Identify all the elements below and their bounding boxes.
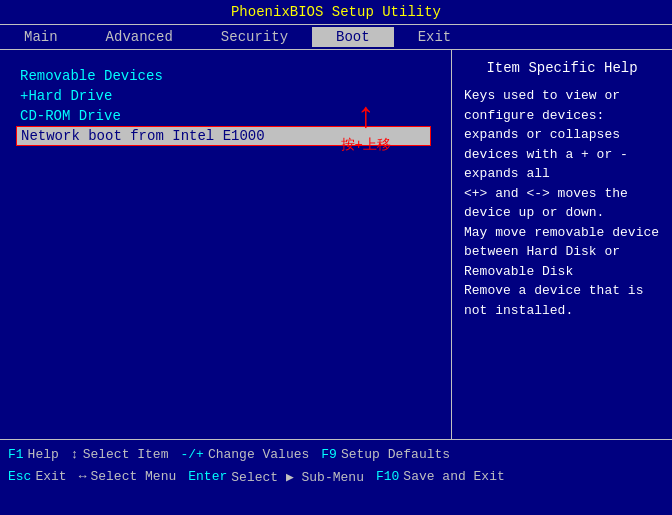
status-item: EnterSelect ▶ Sub-Menu (188, 469, 364, 485)
status-item: EscExit (8, 469, 67, 485)
boot-item-removable[interactable]: Removable Devices (20, 66, 431, 86)
menu-item-main[interactable]: Main (0, 27, 82, 47)
status-key: F1 (8, 447, 24, 462)
status-label: Save and Exit (403, 469, 504, 484)
status-item: -/+Change Values (180, 447, 309, 462)
status-arrow-icon: ↕ (71, 447, 79, 462)
arrow-area: ↑ 按+上移 (341, 100, 391, 154)
status-item: ↔Select Menu (79, 469, 177, 485)
help-text: Keys used to view or configure devices: … (464, 86, 660, 320)
status-row-1: F1Help↕Select Item-/+Change ValuesF9Setu… (8, 447, 664, 462)
menu-item-advanced[interactable]: Advanced (82, 27, 197, 47)
app-title: PhoenixBIOS Setup Utility (231, 4, 441, 20)
status-label: Select Item (83, 447, 169, 462)
status-label: Select ▶ Sub-Menu (231, 469, 364, 485)
status-key: F9 (321, 447, 337, 462)
arrow-label: 按+上移 (341, 136, 391, 154)
status-key: F10 (376, 469, 399, 484)
menu-item-exit[interactable]: Exit (394, 27, 476, 47)
up-arrow-icon: ↑ (355, 100, 377, 136)
help-title: Item Specific Help (464, 60, 660, 76)
status-arrow-icon: ↔ (79, 469, 87, 484)
left-panel: Removable Devices+Hard DriveCD-ROM Drive… (0, 50, 452, 439)
status-label: Change Values (208, 447, 309, 462)
status-key: Enter (188, 469, 227, 484)
status-item: F1Help (8, 447, 59, 462)
menu-bar: MainAdvancedSecurityBootExit (0, 24, 672, 50)
status-label: Exit (35, 469, 66, 484)
main-content: Removable Devices+Hard DriveCD-ROM Drive… (0, 50, 672, 440)
menu-item-security[interactable]: Security (197, 27, 312, 47)
status-label: Select Menu (90, 469, 176, 484)
title-bar: PhoenixBIOS Setup Utility (0, 0, 672, 24)
status-item: F9Setup Defaults (321, 447, 450, 462)
right-panel: Item Specific Help Keys used to view or … (452, 50, 672, 439)
status-key: -/+ (180, 447, 203, 462)
status-row-2: EscExit↔Select MenuEnterSelect ▶ Sub-Men… (8, 469, 664, 485)
status-key: Esc (8, 469, 31, 484)
status-bar: F1Help↕Select Item-/+Change ValuesF9Setu… (0, 440, 672, 492)
status-label: Help (28, 447, 59, 462)
status-label: Setup Defaults (341, 447, 450, 462)
menu-item-boot[interactable]: Boot (312, 27, 394, 47)
status-item: F10Save and Exit (376, 469, 505, 485)
status-item: ↕Select Item (71, 447, 169, 462)
